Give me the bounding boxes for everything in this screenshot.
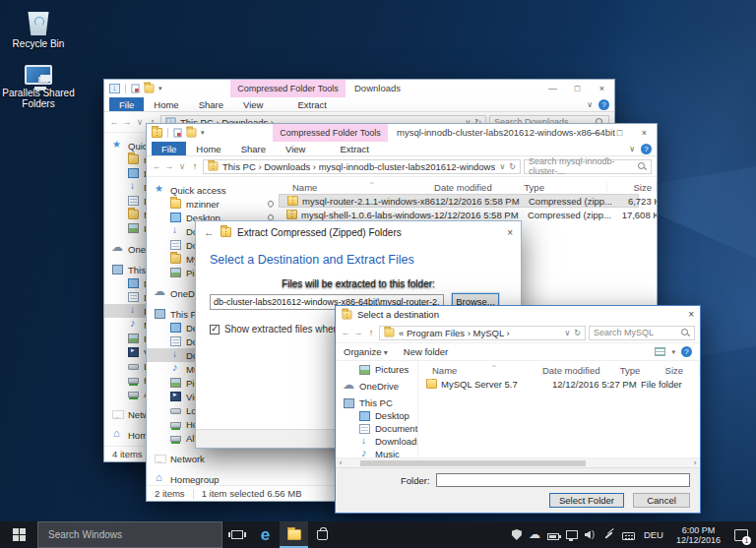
select-folder-button[interactable]: Select Folder (549, 493, 624, 508)
ribbon-tab[interactable]: View (276, 142, 315, 155)
qat-customize-chevron-icon[interactable]: ▾ (201, 129, 205, 137)
minimize-button[interactable]: — (540, 80, 565, 97)
horizontal-scrollbar[interactable]: ‹ › (336, 457, 700, 467)
sidebar-item[interactable]: mzinner (147, 197, 279, 211)
search-input[interactable]: Search MySQL (589, 326, 695, 340)
properties-icon[interactable] (173, 129, 181, 138)
recent-locations-icon[interactable]: ∨ (135, 117, 145, 127)
help-icon[interactable]: ? (681, 346, 692, 357)
battery-icon[interactable] (547, 533, 559, 540)
desktop-icon[interactable]: Parallels Shared Folders (0, 65, 77, 109)
show-extracted-checkbox[interactable]: ✓ (210, 325, 220, 335)
desktop-icon[interactable]: Recycle Bin (0, 8, 77, 49)
sidebar-item[interactable]: Desktop (336, 409, 417, 422)
address-dropdown-icon[interactable]: ∨ (499, 162, 505, 171)
sidebar-item[interactable]: This PC (336, 396, 417, 409)
new-folder-icon[interactable] (187, 129, 197, 138)
new-folder-icon[interactable] (145, 85, 155, 93)
sidebar-item[interactable]: Network (147, 452, 279, 465)
column-header-name[interactable]: Name (292, 182, 434, 193)
onedrive-cloud-icon[interactable] (529, 529, 540, 541)
properties-icon[interactable] (131, 85, 139, 93)
search-input[interactable]: Search mysql-innodb-cluster-... (524, 159, 652, 174)
keyboard-icon[interactable] (622, 532, 635, 540)
new-folder-button[interactable]: New folder (404, 346, 448, 357)
organize-menu[interactable]: Organize (344, 346, 388, 357)
refresh-icon[interactable]: ↻ (574, 329, 581, 337)
column-header-name[interactable]: Name (432, 365, 542, 376)
ribbon-tab[interactable]: Share (189, 97, 233, 111)
up-icon[interactable]: ↑ (366, 328, 376, 337)
contextual-tab-header[interactable]: Compressed Folder Tools (230, 80, 346, 97)
forward-icon[interactable]: → (122, 117, 132, 127)
sidebar-item[interactable]: OneDrive (336, 380, 417, 393)
sidebar-item[interactable]: Pictures (336, 363, 417, 376)
contextual-tab-header[interactable]: Compressed Folder Tools (273, 124, 388, 142)
address-dropdown-icon[interactable]: ∨ (564, 329, 570, 337)
taskbar-search-input[interactable]: Search Windows (37, 521, 222, 548)
ribbon-tab[interactable]: Extract (287, 97, 337, 111)
back-icon[interactable]: ← (204, 226, 215, 238)
ribbon-tab[interactable]: File (152, 142, 186, 155)
maximize-button[interactable]: □ (565, 80, 590, 97)
view-mode-chevron-icon[interactable]: ▾ (671, 348, 675, 356)
file-row[interactable]: mysql-shell-1.0.6-labs-windows-x86-64bi.… (279, 208, 639, 221)
ribbon-tab[interactable]: Extract (330, 142, 379, 155)
column-header-size[interactable]: Size (665, 365, 700, 376)
back-icon[interactable]: ← (341, 328, 350, 337)
scroll-right-icon[interactable]: › (690, 458, 700, 467)
column-header-size[interactable]: Size (607, 182, 657, 193)
close-icon[interactable]: × (507, 227, 513, 238)
store-button[interactable] (308, 521, 337, 548)
file-row[interactable]: mysql-router-2.1.1-windows-x86-64bit.zip… (279, 194, 639, 208)
language-indicator[interactable]: DEU (641, 529, 666, 540)
ribbon-tab[interactable]: File (109, 97, 144, 111)
cancel-button[interactable]: Cancel (633, 493, 690, 508)
sidebar-item[interactable]: Music (336, 448, 417, 457)
help-icon[interactable]: ? (641, 144, 652, 154)
folder-name-input[interactable] (436, 473, 690, 487)
refresh-icon[interactable]: ↻ (509, 162, 516, 171)
column-header-modified[interactable]: Date modified (542, 365, 620, 376)
view-mode-icon[interactable] (655, 347, 665, 356)
sidebar-item[interactable]: Documents (336, 422, 417, 435)
close-button[interactable]: × (632, 124, 657, 142)
network-icon[interactable] (566, 529, 578, 541)
action-center-button[interactable]: 1 (730, 521, 752, 548)
ribbon-tab[interactable]: Home (144, 97, 188, 111)
column-header-type[interactable]: Type (620, 365, 665, 376)
up-icon[interactable]: ↑ (190, 161, 200, 171)
parallels-tools-icon[interactable] (603, 529, 615, 541)
sidebar-item[interactable]: Quick access (147, 183, 279, 197)
back-icon[interactable]: ← (109, 117, 119, 127)
back-icon[interactable]: ← (152, 161, 161, 171)
minimize-button[interactable]: — (583, 124, 607, 142)
ribbon-tab[interactable]: View (233, 97, 273, 111)
file-explorer-button[interactable] (280, 521, 308, 548)
volume-icon[interactable] (585, 529, 597, 541)
recent-locations-icon[interactable]: ∨ (177, 161, 187, 171)
start-button[interactable] (0, 521, 37, 548)
edge-button[interactable] (251, 521, 280, 548)
file-row[interactable]: MySQL Server 5.7 12/12/2016 5:27 PM File… (418, 377, 682, 391)
close-button[interactable]: × (590, 80, 614, 97)
clock[interactable]: 6:00 PM 12/12/2016 (672, 525, 724, 545)
qat-customize-chevron-icon[interactable]: ▾ (158, 85, 162, 92)
help-icon[interactable]: ? (598, 99, 609, 110)
close-icon[interactable]: × (688, 309, 694, 320)
breadcrumb[interactable]: This PC › Downloads › mysql-innodb-clust… (203, 159, 521, 174)
maximize-button[interactable]: □ (607, 124, 632, 142)
sidebar-item[interactable]: Homegroup (147, 472, 279, 485)
ribbon-tab[interactable]: Share (231, 142, 276, 155)
ribbon-collapse-icon[interactable]: ∨ (587, 100, 593, 109)
breadcrumb[interactable]: « Program Files › MySQL › ∨ ↻ (379, 326, 586, 340)
ribbon-tab[interactable]: Home (186, 142, 230, 155)
scroll-left-icon[interactable]: ‹ (336, 458, 346, 467)
forward-icon[interactable]: → (353, 328, 363, 337)
sidebar-item[interactable]: Downloads (336, 435, 417, 448)
ribbon-collapse-icon[interactable]: ∨ (629, 145, 635, 153)
task-view-button[interactable] (222, 521, 251, 548)
column-header-modified[interactable]: Date modified (434, 182, 524, 193)
column-header-type[interactable]: Type (524, 182, 607, 193)
forward-icon[interactable]: → (164, 161, 174, 171)
